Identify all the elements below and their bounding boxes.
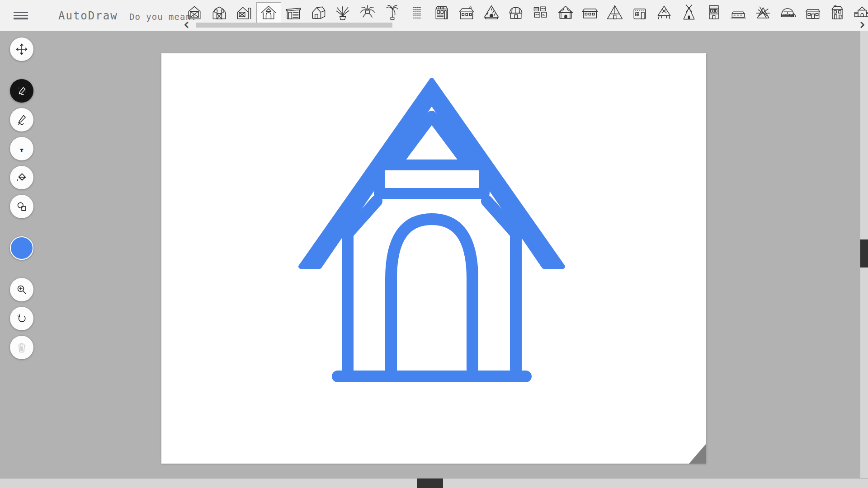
igloo-icon [779,4,797,22]
canvas-drawing-dog-house[interactable] [296,66,567,393]
suggestion-round-hut[interactable] [504,2,528,23]
suggestion-storefront[interactable] [429,2,454,23]
horizontal-scrollbar-thumb[interactable] [417,479,443,488]
shape-tool[interactable] [10,195,33,218]
suggestion-house-3d[interactable] [306,2,330,23]
suggestion-thatched-hut[interactable] [479,2,504,23]
hamburger-icon [14,12,28,14]
tool-rail [10,38,33,359]
suggestion-log-lodge[interactable] [751,2,776,23]
top-bar: AutoDraw Do you mean: [0,0,868,31]
suggestion-barn-with-silo[interactable] [231,2,256,23]
a-frame-cabin-icon [655,4,673,22]
delete-button[interactable] [10,336,33,359]
pyramid-hut-icon [557,4,575,22]
shapes-icon [15,200,28,213]
vertical-scrollbar-thumb[interactable] [860,239,868,267]
suggestion-mansion[interactable] [850,2,868,23]
suggestion-train-shed[interactable] [726,2,751,23]
suggestion-a-frame[interactable] [603,2,627,23]
log-lodge-icon [754,4,772,22]
move-icon [15,42,28,56]
barn-icon [210,4,228,22]
potted-plant-icon [334,4,352,22]
zoom-tool[interactable] [10,278,33,301]
suggestion-potted-plant[interactable] [330,2,355,23]
a-frame-icon [606,4,624,22]
chevron-right-icon[interactable] [858,21,866,29]
undo-arrow-icon [15,312,28,325]
round-hut-icon [507,4,525,22]
teepee-icon [680,4,698,22]
dog-house-walls [348,201,516,374]
suggestion-igloo[interactable] [776,2,801,23]
storefront-icon [433,4,451,22]
suggestion-teepee[interactable] [677,2,702,23]
color-swatch-icon [11,237,33,259]
suggestion-pueblo-house[interactable] [627,2,652,23]
suggestion-hanging-plant[interactable] [355,2,380,23]
suggestion-building-facade[interactable] [701,2,726,23]
suggestion-dog-house[interactable] [256,2,281,23]
dog-house-beam [379,165,484,193]
suggestion-palm-plant[interactable] [380,2,405,23]
thatched-hut-icon [482,4,500,22]
shed-icon [284,4,302,22]
house-3d-icon [309,4,327,22]
text-icon [15,142,28,155]
barn-front-icon [185,4,203,22]
mansion-icon [853,4,868,22]
hamburger-menu-button[interactable] [14,11,32,22]
suggestion-cottage[interactable] [454,2,479,23]
autodraw-tool[interactable] [10,79,33,103]
drawing-canvas[interactable] [161,53,706,464]
suggestion-barn[interactable] [207,2,232,23]
magic-pencil-icon [15,84,28,98]
color-picker[interactable] [10,236,33,260]
page-fold-corner [689,444,706,464]
type-tool[interactable] [10,137,33,160]
suggestion-row [182,2,868,24]
lettered-building-icon [408,4,426,22]
magnifier-plus-icon [15,283,28,296]
undo-button[interactable] [10,307,33,330]
dog-house-door [391,219,472,376]
ranch-house-icon [804,4,822,22]
suggestion-village[interactable] [528,2,553,23]
app-title: AutoDraw [58,9,118,22]
suggestion-a-frame-cabin[interactable] [652,2,677,23]
paint-bucket-icon [15,171,28,184]
pueblo-house-icon [631,4,649,22]
suggestion-ranch-house[interactable] [800,2,825,23]
suggestion-shed[interactable] [281,2,306,23]
building-facade-icon [705,4,723,22]
village-icon [532,4,550,22]
workspace [0,31,868,478]
fill-tool[interactable] [10,166,33,189]
pencil-icon [15,113,28,127]
select-tool[interactable] [10,38,33,61]
two-story-house-icon [828,4,846,22]
barn-with-silo-icon [235,4,253,22]
dog-house-icon [259,4,278,22]
vertical-scrollbar[interactable] [860,31,868,478]
suggestion-longhouse[interactable] [578,2,603,23]
chevron-left-icon[interactable] [183,21,191,29]
suggestion-pyramid-hut[interactable] [553,2,578,23]
cottage-icon [458,4,476,22]
palm-plant-icon [383,4,401,22]
suggestion-scrollbar-thumb[interactable] [196,23,392,28]
hanging-plant-icon [359,4,377,22]
suggestion-two-story-house[interactable] [825,2,850,23]
suggestion-lettered-building[interactable] [405,2,429,23]
train-shed-icon [729,4,747,22]
horizontal-scrollbar[interactable] [0,478,868,488]
draw-tool[interactable] [10,108,33,131]
longhouse-icon [581,4,599,22]
trash-icon [15,341,28,354]
suggestion-barn-front[interactable] [182,2,207,23]
